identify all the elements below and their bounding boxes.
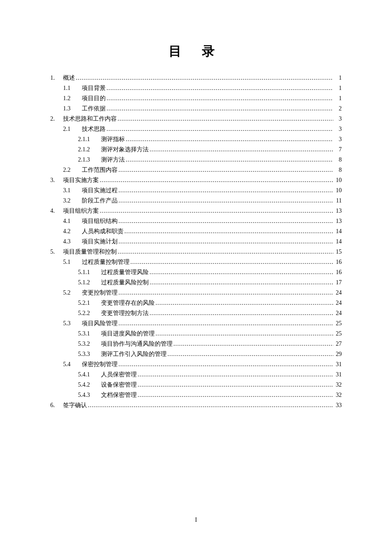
toc-page-number: 33 (334, 400, 342, 410)
toc-entry[interactable]: 4.2人员构成和职责14 (50, 226, 342, 237)
toc-entry[interactable]: 2.1.2测评对象选择方法7 (50, 145, 342, 155)
toc-page-number: 1 (334, 83, 342, 93)
toc-sub-number: 5.3.1 (78, 329, 101, 339)
toc-entry[interactable]: 5.2.1变更管理存在的风险24 (50, 298, 342, 308)
page-container: 目 录 1.概述11.1项目背景11.2项目目的11.3工作依据22.技术思路和… (0, 0, 392, 410)
toc-leader-dots (126, 134, 333, 145)
toc-leader-dots (76, 73, 333, 83)
toc-top-number: 4. (50, 206, 63, 216)
toc-entry[interactable]: 5.1.1过程质量管理风险16 (50, 267, 342, 278)
toc-entry[interactable]: 5.2变更控制管理24 (50, 288, 342, 298)
toc-sub-number: 2.1.3 (78, 155, 101, 165)
toc-entry[interactable]: 5.项目质量管理和控制15 (50, 247, 342, 257)
toc-entry[interactable]: 2.1技术思路3 (50, 124, 342, 134)
toc-entry[interactable]: 1.概述1 (50, 73, 342, 83)
toc-sub-number: 4.2 (63, 226, 82, 237)
toc-entry[interactable]: 3.1项目实施过程10 (50, 185, 342, 196)
toc-label: 测评方法 (101, 155, 125, 165)
toc-label: 项目实施方案 (63, 175, 99, 185)
toc-entry[interactable]: 3.项目实施方案10 (50, 175, 342, 185)
toc-leader-dots (107, 83, 333, 93)
toc-entry[interactable]: 5.3.2项目协作与沟通风险的管理27 (50, 339, 342, 349)
toc-title: 目 录 (50, 43, 342, 60)
toc-label: 人员保密管理 (101, 370, 137, 380)
toc-top-number: 1. (50, 73, 63, 83)
toc-page-number: 11 (334, 196, 342, 206)
toc-sub-number: 1.1 (63, 83, 82, 93)
toc-label: 项目组织方案 (63, 206, 99, 216)
toc-entry[interactable]: 1.2项目目的1 (50, 93, 342, 104)
toc-page-number: 31 (334, 370, 342, 380)
toc-page-number: 10 (334, 175, 342, 185)
toc-leader-dots (100, 206, 333, 216)
toc-sub-number: 4.3 (63, 237, 82, 247)
toc-entry[interactable]: 2.1.3测评方法8 (50, 155, 342, 165)
toc-label: 技术思路 (82, 124, 106, 134)
toc-entry[interactable]: 5.4保密控制管理31 (50, 359, 342, 370)
toc-entry[interactable]: 5.4.1人员保密管理31 (50, 370, 342, 380)
toc-label: 文档保密管理 (101, 390, 137, 400)
toc-entry[interactable]: 3.2阶段工作产品11 (50, 196, 342, 206)
toc-entry[interactable]: 5.3.3测评工作引入风险的管理29 (50, 349, 342, 359)
toc-leader-dots (118, 216, 333, 226)
toc-sub-number: 5.4.2 (78, 380, 101, 390)
toc-entry[interactable]: 4.1项目组织结构13 (50, 216, 342, 226)
toc-sub-number: 2.2 (63, 165, 82, 175)
toc-top-number: 5. (50, 247, 63, 257)
toc-entry[interactable]: 5.4.2设备保密管理32 (50, 380, 342, 390)
toc-label: 项目协作与沟通风险的管理 (101, 339, 173, 349)
toc-page-number: 17 (334, 278, 342, 288)
toc-label: 项目组织结构 (82, 216, 118, 226)
toc-entry[interactable]: 5.2.2变更管理控制方法24 (50, 308, 342, 318)
toc-page-number: 24 (334, 298, 342, 308)
toc-entry[interactable]: 6.签字确认33 (50, 400, 342, 410)
toc-label: 设备保密管理 (101, 380, 137, 390)
toc-entry[interactable]: 2.1.1测评指标3 (50, 134, 342, 145)
toc-leader-dots (118, 185, 333, 196)
toc-page-number: 8 (334, 155, 342, 165)
toc-label: 测评指标 (101, 134, 125, 145)
toc-page-number: 16 (334, 267, 342, 278)
toc-label: 测评对象选择方法 (101, 145, 149, 155)
toc-sub-number: 3.1 (63, 185, 82, 196)
toc-entry[interactable]: 5.3项目风险管理25 (50, 318, 342, 329)
toc-leader-dots (130, 257, 333, 267)
toc-page-number: 3 (334, 134, 342, 145)
toc-leader-dots (118, 247, 333, 257)
toc-leader-dots (118, 359, 333, 370)
toc-entry[interactable]: 5.3.1项目进度风险的管理25 (50, 329, 342, 339)
toc-entry[interactable]: 5.4.3文档保密管理32 (50, 390, 342, 400)
toc-entry[interactable]: 2.技术思路和工作内容3 (50, 114, 342, 124)
toc-entry[interactable]: 5.1过程质量控制管理16 (50, 257, 342, 267)
toc-sub-number: 4.1 (63, 216, 82, 226)
toc-page-number: 24 (334, 288, 342, 298)
toc-leader-dots (100, 175, 333, 185)
toc-leader-dots (118, 114, 333, 124)
toc-label: 变更控制管理 (82, 288, 118, 298)
toc-leader-dots (156, 329, 333, 339)
toc-leader-dots (118, 288, 333, 298)
toc-sub-number: 1.2 (63, 93, 82, 104)
toc-entry[interactable]: 4.3项目实施计划14 (50, 237, 342, 247)
toc-sub-number: 5.1 (63, 257, 82, 267)
toc-entry[interactable]: 5.1.2过程质量风险控制17 (50, 278, 342, 288)
toc-entry[interactable]: 4.项目组织方案13 (50, 206, 342, 216)
toc-entry[interactable]: 1.1项目背景1 (50, 83, 342, 93)
toc-label: 阶段工作产品 (82, 196, 118, 206)
toc-sub-number: 2.1.1 (78, 134, 101, 145)
toc-page-number: 32 (334, 380, 342, 390)
toc-leader-dots (118, 165, 333, 175)
toc-page-number: 14 (334, 237, 342, 247)
toc-entry[interactable]: 2.2工作范围内容8 (50, 165, 342, 175)
toc-page-number: 3 (334, 114, 342, 124)
toc-label: 项目质量管理和控制 (63, 247, 117, 257)
toc-leader-dots (107, 104, 333, 114)
table-of-contents: 1.概述11.1项目背景11.2项目目的11.3工作依据22.技术思路和工作内容… (50, 73, 342, 410)
toc-page-number: 10 (334, 185, 342, 196)
toc-label: 项目进度风险的管理 (101, 329, 155, 339)
toc-entry[interactable]: 1.3工作依据2 (50, 104, 342, 114)
toc-label: 保密控制管理 (82, 359, 118, 370)
toc-label: 变更管理存在的风险 (101, 298, 155, 308)
toc-page-number: 3 (334, 124, 342, 134)
toc-sub-number: 5.4.1 (78, 370, 101, 380)
